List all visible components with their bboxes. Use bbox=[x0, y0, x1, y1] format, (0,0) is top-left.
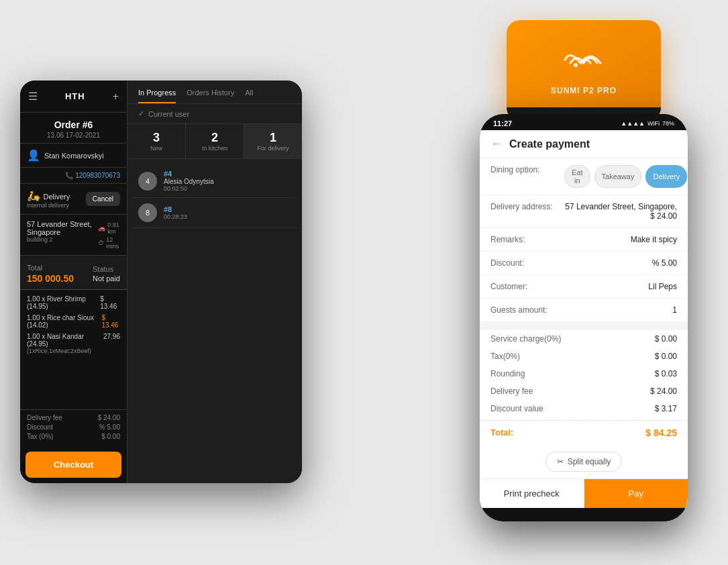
cancel-button[interactable]: Cancel bbox=[86, 192, 120, 206]
scissors-icon: ✂ bbox=[557, 457, 564, 466]
option-delivery[interactable]: Delivery bbox=[645, 165, 687, 188]
charge-label: Discount value bbox=[490, 404, 543, 413]
customer-row: 👤 Stan Komarovskyi bbox=[20, 144, 127, 168]
customer-phone: 120983070673 bbox=[75, 172, 120, 179]
total-label: Total bbox=[27, 264, 42, 272]
car-icon: 🚗 bbox=[98, 225, 105, 232]
tab-in-progress[interactable]: In Progress bbox=[138, 89, 176, 103]
fee-row: Delivery fee $ 24.00 bbox=[27, 414, 120, 421]
stat-kitchen[interactable]: 2 In kitchen bbox=[186, 124, 244, 158]
order-item: 1.00 x Nasi Kandar (24.95) (1xRice;1xMea… bbox=[27, 333, 120, 354]
stat-delivery[interactable]: 1 For delivery bbox=[244, 124, 302, 158]
order-items: 1.00 x River Shrimp (14.95) $ 13.46 1.00… bbox=[20, 290, 127, 409]
battery-icon: 78% bbox=[662, 120, 674, 127]
customer-label: Customer: bbox=[490, 282, 564, 291]
fee-value: $ 24.00 bbox=[98, 414, 120, 421]
phone-screen: ← Create payment Dining option: Eat in T… bbox=[480, 130, 688, 508]
discount-label: Discount: bbox=[490, 258, 564, 268]
signal-icon: ▲▲▲▲ bbox=[621, 120, 645, 127]
dining-label: Dining option: bbox=[490, 165, 564, 174]
total-row: Total: $ 84.25 bbox=[480, 420, 688, 445]
avatar: 4 bbox=[138, 172, 157, 191]
split-row: ✂ Split equally bbox=[480, 445, 688, 478]
wifi-icon: WiFi bbox=[647, 120, 660, 127]
discount-row: Discount: % 5.00 bbox=[480, 252, 688, 275]
back-button[interactable]: ← bbox=[490, 137, 503, 151]
remarks-row: Remarks: Make it spicy bbox=[480, 228, 688, 252]
order-title: Order #6 bbox=[25, 119, 121, 130]
address-section: 57 Levander Street, Singapore building 2… bbox=[20, 215, 127, 256]
tablet-topbar: ☰ HTH + bbox=[20, 81, 127, 113]
charge-value: $ 0.03 bbox=[655, 369, 677, 378]
card-reader-device: SUNMI P2 PRO bbox=[507, 20, 661, 121]
menu-icon[interactable]: ☰ bbox=[28, 90, 38, 103]
charge-value: $ 24.00 bbox=[650, 387, 677, 396]
fee-label: Discount bbox=[27, 423, 53, 431]
address-building: building 2 bbox=[27, 236, 98, 243]
print-precheck-button[interactable]: Print precheck bbox=[480, 479, 584, 508]
charges-divider bbox=[480, 322, 688, 330]
option-takeaway[interactable]: Takeaway bbox=[594, 165, 642, 188]
remarks-value: Make it spicy bbox=[564, 235, 677, 244]
stat-kitchen-num: 2 bbox=[190, 131, 240, 145]
list-item[interactable]: 8 #8 00:28:23 bbox=[133, 198, 297, 228]
item-name: 1.00 x Rice char Sioux (14.02) bbox=[27, 314, 101, 329]
fee-value: $ 0.00 bbox=[101, 433, 120, 440]
pay-button[interactable]: Pay bbox=[584, 479, 688, 508]
item-price: $ 13.46 bbox=[100, 295, 120, 310]
stat-new[interactable]: 3 New bbox=[127, 124, 186, 158]
guests-value: 1 bbox=[564, 305, 677, 315]
remarks-label: Remarks: bbox=[490, 235, 564, 244]
tabs-row: In Progress Orders History All bbox=[127, 81, 302, 104]
charge-row: Tax(0%) $ 0.00 bbox=[480, 348, 688, 365]
tab-orders-history[interactable]: Orders History bbox=[187, 89, 234, 103]
phone-icon: 📞 bbox=[65, 172, 75, 179]
phone-home-bar bbox=[480, 508, 688, 521]
delivery-address-label: Delivery address: bbox=[490, 202, 564, 211]
svg-point-0 bbox=[574, 63, 578, 67]
phone-time: 11:27 bbox=[493, 119, 512, 127]
tablet-device: ☰ HTH + Order #6 13.06 17-02-2021 👤 Stan… bbox=[20, 81, 302, 483]
charge-value: $ 0.00 bbox=[655, 334, 677, 344]
charge-label: Service charge(0%) bbox=[490, 334, 561, 344]
charge-label: Tax(0%) bbox=[490, 352, 520, 361]
item-sub: (1xRice;1xMeat;2xBeef) bbox=[27, 348, 103, 354]
clock-icon: ⏱ bbox=[98, 240, 104, 246]
tab-all[interactable]: All bbox=[245, 89, 253, 103]
item-name: 1.00 x Nasi Kandar (24.95) bbox=[27, 333, 103, 348]
fees-section: Delivery fee $ 24.00 Discount % 5.00 Tax… bbox=[20, 409, 127, 446]
delivery-row: 🛵 Delivery internal delivery Cancel bbox=[20, 184, 127, 215]
customer-value: Lil Peps bbox=[564, 282, 677, 291]
charge-row: Discount value $ 3.17 bbox=[480, 400, 688, 417]
checkout-button[interactable]: Checkout bbox=[25, 452, 121, 478]
phone-header: ← Create payment bbox=[480, 130, 688, 158]
dining-option-row: Dining option: Eat in Takeaway Delivery bbox=[480, 158, 688, 195]
order-number: #8 bbox=[164, 205, 291, 213]
phone-device: 11:27 ▲▲▲▲ WiFi 78% ← Create payment Din… bbox=[480, 114, 688, 521]
delivery-label: Delivery bbox=[43, 193, 70, 201]
charge-value: $ 3.17 bbox=[655, 404, 677, 413]
card-reader-brand: SUNMI P2 PRO bbox=[551, 86, 617, 95]
stat-new-num: 3 bbox=[132, 131, 181, 145]
list-item[interactable]: 4 #4 Alesia Odynytsia 00:02:50 bbox=[133, 164, 297, 198]
order-info: #4 Alesia Odynytsia 00:02:50 bbox=[164, 170, 291, 192]
order-header: Order #6 13.06 17-02-2021 bbox=[20, 113, 127, 144]
stat-new-label: New bbox=[132, 145, 181, 152]
split-equally-button[interactable]: ✂ Split equally bbox=[545, 452, 623, 472]
order-time: 00:28:23 bbox=[164, 213, 291, 220]
add-icon[interactable]: + bbox=[113, 91, 119, 103]
option-eat-in[interactable]: Eat in bbox=[564, 165, 590, 188]
charge-row: Service charge(0%) $ 0.00 bbox=[480, 330, 688, 348]
delivery-sublabel: internal delivery bbox=[27, 202, 70, 209]
fee-value: % 5.00 bbox=[99, 423, 120, 431]
order-item: 1.00 x Rice char Sioux (14.02) $ 13.46 bbox=[27, 314, 120, 329]
tablet-left-panel: ☰ HTH + Order #6 13.06 17-02-2021 👤 Stan… bbox=[20, 81, 127, 483]
status-bar: 11:27 ▲▲▲▲ WiFi 78% bbox=[480, 114, 688, 130]
delivery-icon: 🛵 bbox=[27, 190, 43, 201]
current-user-label: Current user bbox=[148, 110, 189, 118]
order-time: 00:02:50 bbox=[164, 185, 291, 192]
order-number: #4 bbox=[164, 170, 291, 178]
nfc-symbol bbox=[564, 46, 604, 86]
current-user-row: ✓ Current user bbox=[127, 104, 302, 124]
fee-label: Tax (0%) bbox=[27, 433, 53, 440]
